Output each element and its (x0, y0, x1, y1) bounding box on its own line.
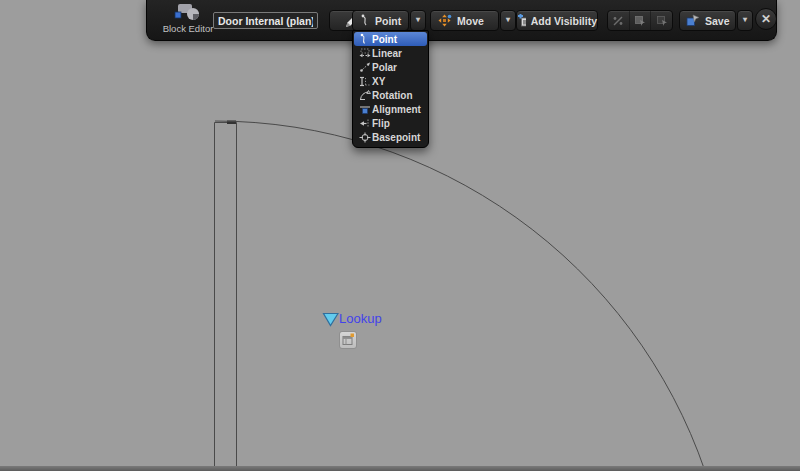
menu-item-label: Alignment (372, 104, 421, 115)
save-icon (686, 14, 700, 27)
make-invisible-button[interactable] (650, 11, 672, 30)
point-parameter-menu: Point Linear Polar (352, 30, 429, 148)
menu-item-label: Linear (372, 48, 402, 59)
point-button-label: Point (375, 15, 401, 27)
xy-icon (357, 76, 372, 87)
point-icon (360, 14, 370, 27)
make-visible-button[interactable] (629, 11, 651, 30)
menu-item-label: Point (372, 34, 397, 45)
menu-item-label: Basepoint (372, 132, 420, 143)
point-dropdown-arrow[interactable]: ▾ (410, 10, 426, 31)
polar-icon (357, 62, 372, 73)
block-editor-label: Block Editor (157, 23, 219, 34)
save-block-button[interactable]: Save (679, 10, 736, 31)
chevron-down-icon: ▾ (416, 15, 420, 24)
block-editor-toolbar: Block Editor Point ▾ Move ▾ (146, 0, 777, 41)
close-icon: ✕ (761, 12, 771, 26)
menu-item-polar[interactable]: Polar (354, 60, 427, 74)
linear-icon (357, 48, 372, 59)
menu-item-label: XY (372, 76, 385, 87)
save-button-label: Save (705, 15, 730, 27)
menu-item-label: Rotation (372, 90, 413, 101)
visibility-states-group (607, 10, 673, 31)
make-invisible-icon (656, 15, 668, 27)
chevron-down-icon: ▾ (743, 15, 747, 24)
move-button-label: Move (457, 15, 484, 27)
close-block-editor-button[interactable]: ✕ (755, 8, 777, 30)
make-visible-icon (634, 15, 646, 27)
menu-item-alignment[interactable]: Alignment (354, 102, 427, 116)
door-leaf-outline (215, 123, 237, 471)
window-bottom-edge (0, 466, 800, 471)
add-visibility-button[interactable]: Add Visibility (516, 10, 598, 31)
save-dropdown-arrow[interactable]: ▾ (737, 10, 753, 31)
flip-icon (357, 118, 372, 129)
block-editor-badge: Block Editor (157, 3, 219, 34)
menu-item-flip[interactable]: Flip (354, 116, 427, 130)
move-icon (438, 14, 452, 28)
menu-item-linear[interactable]: Linear (354, 46, 427, 60)
lookup-table-icon[interactable] (339, 331, 357, 349)
menu-item-xy[interactable]: XY (354, 74, 427, 88)
visibility-mode-button[interactable] (608, 11, 629, 30)
block-name-field[interactable] (213, 12, 318, 29)
menu-item-point[interactable]: Point (354, 32, 427, 46)
alignment-icon (357, 104, 372, 115)
rotation-icon (357, 90, 372, 101)
move-action-button[interactable]: Move (430, 10, 499, 31)
lookup-parameter[interactable]: Lookup (322, 311, 392, 327)
menu-item-basepoint[interactable]: Basepoint (354, 130, 427, 144)
lookup-grip-triangle-icon[interactable] (322, 311, 339, 327)
visibility-mode-icon (612, 15, 624, 27)
basepoint-icon (357, 132, 372, 143)
door-swing-arc (215, 121, 705, 471)
menu-item-label: Flip (372, 118, 390, 129)
lookup-parameter-label: Lookup (339, 311, 382, 326)
chevron-down-icon: ▾ (506, 15, 510, 24)
move-dropdown-arrow[interactable]: ▾ (500, 10, 516, 31)
point-parameter-button[interactable]: Point (352, 10, 409, 31)
point-icon (357, 33, 372, 45)
menu-item-rotation[interactable]: Rotation (354, 88, 427, 102)
menu-item-label: Polar (372, 62, 397, 73)
block-editor-icon (173, 3, 203, 22)
add-visibility-icon (517, 14, 526, 27)
add-visibility-label: Add Visibility (531, 15, 597, 27)
